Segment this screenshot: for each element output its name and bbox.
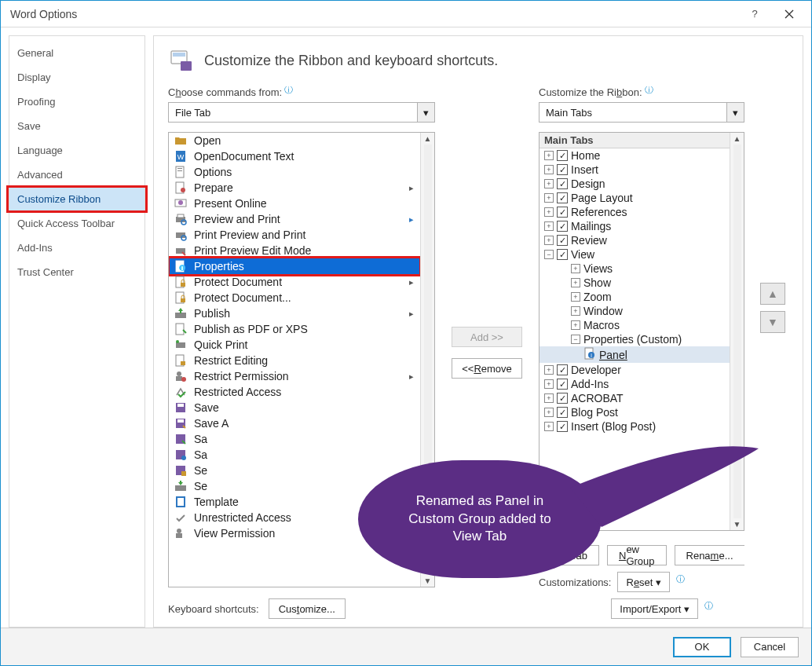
list-item[interactable]: Template <box>169 494 420 510</box>
tree-tab-item[interactable]: +Review <box>540 233 730 247</box>
tree-tab-item[interactable]: +Insert <box>540 163 730 177</box>
tree-tab-item[interactable]: +Home <box>540 148 730 163</box>
list-item[interactable]: View Permission <box>169 525 420 541</box>
move-down-button[interactable]: ▼ <box>760 311 785 333</box>
list-item[interactable]: Unrestricted Access <box>169 510 420 525</box>
expand-icon[interactable]: + <box>571 278 580 287</box>
reset-button[interactable]: Reset ▾ <box>617 572 670 592</box>
checkbox[interactable] <box>557 150 568 161</box>
list-item[interactable]: Open <box>169 133 420 148</box>
sidebar-item-trust-center[interactable]: Trust Center <box>9 260 144 284</box>
checkbox[interactable] <box>557 221 568 232</box>
list-item[interactable]: Restricted Access <box>169 384 420 400</box>
tree-group-item[interactable]: +Zoom <box>540 290 730 304</box>
tree-group-item[interactable]: −Properties (Custom) <box>540 332 730 346</box>
tree-tab-item[interactable]: +Insert (Blog Post) <box>540 419 730 434</box>
checkbox[interactable] <box>557 393 568 404</box>
tree-tab-item[interactable]: +References <box>540 205 730 219</box>
expand-icon[interactable]: + <box>544 151 554 160</box>
tree-tab-item[interactable]: +Blog Post <box>540 405 730 419</box>
checkbox[interactable] <box>557 379 568 390</box>
checkbox[interactable] <box>557 235 568 246</box>
list-item[interactable]: Sa <box>169 447 420 463</box>
sidebar-item-qat[interactable]: Quick Access Toolbar <box>9 211 144 236</box>
customize-ribbon-dropdown[interactable]: Main Tabs ▾ <box>539 102 744 123</box>
help-button[interactable]: ? <box>737 2 772 26</box>
expand-icon[interactable]: + <box>544 393 554 403</box>
checkbox[interactable] <box>557 407 568 418</box>
list-item[interactable]: Restrict Editing <box>169 353 420 368</box>
import-export-button[interactable]: Import/Export ▾ <box>611 598 698 619</box>
list-item[interactable]: Options <box>169 164 420 180</box>
list-item[interactable]: Preview and Print▸ <box>169 211 420 227</box>
scrollbar[interactable]: ▲ ▼ <box>730 133 744 530</box>
checkbox[interactable] <box>557 249 568 260</box>
sidebar-item-customize-ribbon[interactable]: Customize Ribbon <box>9 187 144 211</box>
expand-icon[interactable]: + <box>571 306 580 316</box>
expand-icon[interactable]: + <box>544 193 554 203</box>
tree-command-item[interactable]: iPanel <box>540 346 730 363</box>
sidebar-item-proofing[interactable]: Proofing <box>9 90 144 114</box>
choose-commands-dropdown[interactable]: File Tab ▾ <box>168 102 435 123</box>
close-button[interactable] <box>772 2 807 26</box>
collapse-icon[interactable]: − <box>571 335 580 344</box>
list-item[interactable]: Quick Print <box>169 337 420 353</box>
tree-tab-item[interactable]: +ACROBAT <box>540 391 730 405</box>
customize-keyboard-button[interactable]: Customize... <box>269 598 346 619</box>
ribbon-tree[interactable]: Main Tabs+Home+Insert+Design+Page Layout… <box>539 132 744 531</box>
list-item[interactable]: Publish as PDF or XPS <box>169 321 420 337</box>
expand-icon[interactable]: + <box>571 320 580 330</box>
expand-icon[interactable]: + <box>544 379 554 389</box>
new-group-button[interactable]: New Group <box>607 545 667 565</box>
list-item[interactable]: Prepare▸ <box>169 180 420 196</box>
commands-listbox[interactable]: OpenWOpenDocument TextOptionsPrepare▸Pre… <box>168 132 435 587</box>
sidebar-item-display[interactable]: Display <box>9 65 144 90</box>
collapse-icon[interactable]: − <box>544 250 554 259</box>
add-button[interactable]: Add >> <box>452 327 522 347</box>
expand-icon[interactable]: + <box>544 165 554 174</box>
rename-button[interactable]: Rename... <box>675 545 744 565</box>
cancel-button[interactable]: Cancel <box>741 637 799 657</box>
list-item[interactable]: Print Preview Edit Mode <box>169 243 420 258</box>
list-item[interactable]: Sa <box>169 431 420 447</box>
list-item[interactable]: Print Preview and Print <box>169 227 420 243</box>
list-item[interactable]: Se <box>169 463 420 478</box>
sidebar-item-addins[interactable]: Add-Ins <box>9 236 144 260</box>
expand-icon[interactable]: + <box>544 422 554 431</box>
list-item[interactable]: iProperties <box>169 258 420 274</box>
tree-tab-item[interactable]: +Design <box>540 177 730 191</box>
checkbox[interactable] <box>557 364 568 375</box>
tree-group-item[interactable]: +Show <box>540 276 730 290</box>
list-item[interactable]: Protect Document▸ <box>169 274 420 290</box>
checkbox[interactable] <box>557 164 568 175</box>
sidebar-item-save[interactable]: Save <box>9 114 144 138</box>
list-item[interactable]: Se <box>169 478 420 494</box>
expand-icon[interactable]: + <box>544 365 554 375</box>
tree-tab-item[interactable]: +Page Layout <box>540 191 730 205</box>
expand-icon[interactable]: + <box>544 221 554 231</box>
scrollbar[interactable]: ▲ ▼ <box>420 133 434 587</box>
tree-group-item[interactable]: +Views <box>540 262 730 276</box>
tree-tab-item[interactable]: +Add-Ins <box>540 377 730 391</box>
expand-icon[interactable]: + <box>571 264 580 273</box>
remove-button[interactable]: << Remove <box>452 358 522 379</box>
list-item[interactable]: WOpenDocument Text <box>169 148 420 164</box>
tree-tab-item[interactable]: −View <box>540 247 730 262</box>
sidebar-item-general[interactable]: General <box>9 41 144 65</box>
move-up-button[interactable]: ▲ <box>760 283 785 305</box>
expand-icon[interactable]: + <box>544 408 554 417</box>
expand-icon[interactable]: + <box>571 292 580 302</box>
sidebar-item-advanced[interactable]: Advanced <box>9 163 144 187</box>
list-item[interactable]: Present Online <box>169 196 420 211</box>
list-item[interactable]: Publish▸ <box>169 306 420 321</box>
list-item[interactable]: Protect Document... <box>169 290 420 306</box>
tree-group-item[interactable]: +Macros <box>540 318 730 332</box>
expand-icon[interactable]: + <box>544 179 554 188</box>
checkbox[interactable] <box>557 178 568 189</box>
ok-button[interactable]: OK <box>673 637 731 657</box>
list-item[interactable]: Save A <box>169 415 420 431</box>
sidebar-item-language[interactable]: Language <box>9 138 144 163</box>
new-tab-button[interactable]: New Tab <box>539 545 599 565</box>
list-item[interactable]: Save <box>169 400 420 415</box>
tree-group-item[interactable]: +Window <box>540 304 730 318</box>
